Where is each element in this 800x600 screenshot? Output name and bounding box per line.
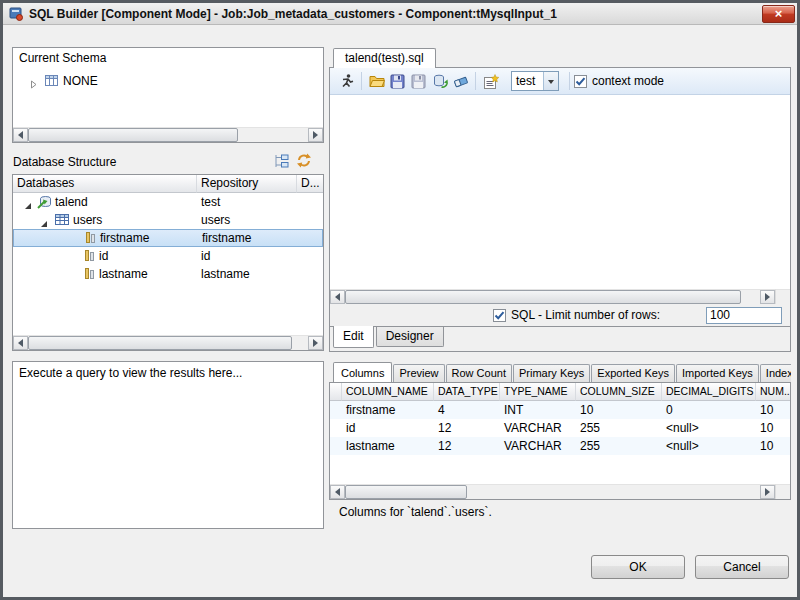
cell-num: 10 (756, 419, 790, 437)
toolbar-separator (361, 72, 362, 90)
sql-editor-area[interactable] (330, 95, 790, 289)
column-header-repository[interactable]: Repository (197, 175, 297, 193)
scroll-left-button[interactable] (13, 336, 28, 350)
horizontal-scrollbar[interactable] (330, 289, 775, 304)
tree-item-label: lastname (99, 265, 148, 283)
cell-column-name: lastname (342, 437, 434, 455)
tree-item-repository: firstname (202, 230, 251, 246)
tree-item-lastname[interactable]: lastname lastname (13, 265, 323, 283)
scroll-thumb[interactable] (345, 485, 467, 499)
tab-indexes[interactable]: Indexes (760, 364, 791, 382)
tab-exported-keys[interactable]: Exported Keys (591, 364, 675, 382)
row-gutter (330, 401, 342, 419)
column-header-column-size[interactable]: COLUMN_SIZE (576, 383, 662, 401)
tree-item-repository: lastname (201, 265, 250, 283)
sql-editor-frame: test context mode SQL - Limi (329, 67, 791, 352)
run-query-button[interactable] (336, 71, 357, 92)
scroll-left-button[interactable] (330, 290, 345, 304)
chevron-down-icon[interactable] (543, 72, 558, 90)
scroll-thumb[interactable] (28, 336, 292, 350)
cancel-button[interactable]: Cancel (695, 555, 789, 579)
title-bar[interactable]: SQL Builder [Component Mode] - Job:Job_m… (3, 3, 797, 25)
tree-item-users[interactable]: users users (13, 211, 323, 229)
table-row[interactable]: id 12 VARCHAR 255 <null> 10 (330, 419, 790, 437)
editor-toolbar: test context mode (330, 68, 790, 95)
horizontal-scrollbar[interactable] (13, 127, 323, 142)
open-button[interactable] (366, 71, 387, 92)
columns-table: COLUMN_NAME DATA_TYPE TYPE_NAME COLUMN_S… (329, 382, 791, 500)
tree-item-none[interactable]: NONE (13, 72, 323, 90)
collapse-all-button[interactable] (271, 152, 291, 170)
save-as-button[interactable] (408, 71, 429, 92)
column-header-blank[interactable] (330, 383, 342, 401)
scroll-right-button[interactable] (308, 128, 323, 142)
column-icon (84, 231, 96, 248)
context-combo-value: test (512, 72, 543, 90)
column-header-num[interactable]: NUM... (756, 383, 790, 401)
details-tabs: Columns Preview Row Count Primary Keys E… (333, 361, 791, 382)
column-header-decimal-digits[interactable]: DECIMAL_DIGITS (662, 383, 756, 401)
eraser-icon (453, 74, 469, 88)
refresh-icon (296, 153, 312, 168)
limit-rows-checkbox[interactable] (493, 309, 506, 322)
toolbar-separator (475, 72, 476, 90)
save-icon (390, 74, 405, 89)
tab-columns[interactable]: Columns (333, 362, 392, 382)
cell-column-size: 255 (576, 437, 662, 455)
tree-item-talend[interactable]: talend test (13, 193, 323, 211)
tab-preview[interactable]: Preview (393, 364, 444, 382)
context-mode-label[interactable]: context mode (592, 74, 664, 88)
scroll-left-button[interactable] (13, 128, 28, 142)
scroll-left-button[interactable] (330, 485, 345, 499)
current-schema-panel: Current Schema NONE (12, 47, 324, 143)
context-mode-checkbox[interactable] (574, 75, 587, 88)
tab-edit[interactable]: Edit (333, 326, 374, 348)
column-header-truncated[interactable]: D... (297, 175, 323, 193)
tree-rows: talend test users users firstname firstn… (13, 193, 323, 283)
tree-item-id[interactable]: id id (13, 247, 323, 265)
save-button[interactable] (387, 71, 408, 92)
tab-primary-keys[interactable]: Primary Keys (513, 364, 590, 382)
current-schema-title: Current Schema (19, 51, 106, 65)
tab-row-count[interactable]: Row Count (446, 364, 512, 382)
refresh-button[interactable] (294, 151, 314, 169)
guess-query-button[interactable] (480, 71, 501, 92)
column-header-column-name[interactable]: COLUMN_NAME (342, 383, 434, 401)
table-row[interactable]: firstname 4 INT 10 0 10 (330, 401, 790, 419)
cell-column-size: 255 (576, 419, 662, 437)
cell-data-type: 12 (434, 437, 500, 455)
run-query-icon (339, 73, 355, 89)
limit-rows-label[interactable]: SQL - Limit number of rows: (511, 308, 660, 322)
close-button[interactable]: × (762, 5, 795, 23)
expand-arrow-icon[interactable] (29, 76, 38, 94)
scroll-thumb[interactable] (28, 128, 238, 142)
refresh-connection-button[interactable] (429, 71, 450, 92)
editor-file-tab[interactable]: talend(test).sql (333, 48, 436, 68)
horizontal-scrollbar[interactable] (13, 335, 323, 350)
scroll-right-button[interactable] (760, 290, 775, 304)
window-title: SQL Builder [Component Mode] - Job:Job_m… (29, 3, 557, 25)
open-folder-icon (369, 74, 385, 88)
clear-button[interactable] (450, 71, 471, 92)
tree-item-repository: users (201, 211, 230, 229)
context-combo[interactable]: test (511, 71, 559, 91)
limit-rows-bar: SQL - Limit number of rows: (330, 304, 790, 326)
ok-button[interactable]: OK (591, 555, 685, 579)
row-gutter (330, 437, 342, 455)
column-header-data-type[interactable]: DATA_TYPE (434, 383, 500, 401)
tab-imported-keys[interactable]: Imported Keys (676, 364, 759, 382)
column-header-type-name[interactable]: TYPE_NAME (500, 383, 576, 401)
table-header-row: COLUMN_NAME DATA_TYPE TYPE_NAME COLUMN_S… (330, 383, 790, 401)
tree-item-label: users (73, 211, 102, 229)
table-row[interactable]: lastname 12 VARCHAR 255 <null> 10 (330, 437, 790, 455)
limit-rows-input[interactable] (706, 307, 782, 324)
scroll-thumb[interactable] (345, 290, 741, 304)
horizontal-scrollbar[interactable] (330, 484, 775, 499)
column-header-databases[interactable]: Databases (13, 175, 197, 193)
scroll-right-button[interactable] (760, 485, 775, 499)
scroll-right-button[interactable] (308, 336, 323, 350)
tree-item-firstname[interactable]: firstname firstname (13, 229, 323, 247)
save-as-icon (411, 74, 426, 89)
tab-designer[interactable]: Designer (376, 327, 444, 347)
refresh-connection-icon (432, 74, 448, 89)
